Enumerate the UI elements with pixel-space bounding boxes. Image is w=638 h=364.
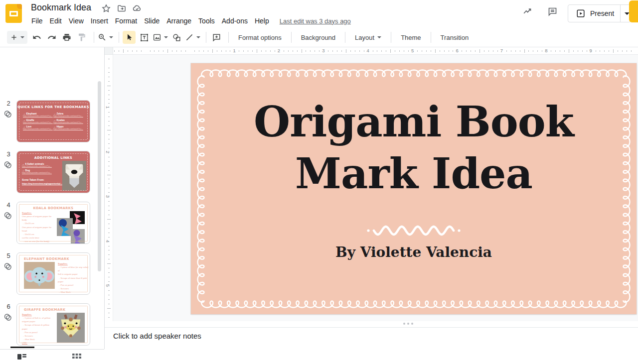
cloud-saved-icon[interactable] — [132, 3, 142, 13]
notes-resize-handle[interactable] — [403, 323, 413, 325]
slide-thumbnail[interactable]: Additional Links → 6 Safari animals http… — [16, 151, 90, 193]
insert-line-button[interactable] — [185, 31, 200, 44]
slide-title[interactable]: Origami Book Mark Idea — [191, 96, 637, 200]
background-button[interactable]: Background — [295, 31, 341, 44]
ruler-corner — [105, 47, 113, 55]
insert-image-caret[interactable] — [164, 36, 168, 38]
star-icon[interactable] — [101, 3, 111, 13]
slides-logo-icon[interactable] — [5, 4, 22, 23]
filmstrip-dark-bar — [10, 347, 34, 348]
new-slide-button[interactable] — [7, 31, 27, 44]
zoom-caret[interactable] — [109, 36, 113, 38]
slide-title-line1: Origami Book — [191, 96, 637, 148]
zoom-button[interactable] — [98, 31, 113, 44]
menu-view[interactable]: View — [65, 16, 87, 26]
insert-image-button[interactable] — [153, 31, 168, 44]
ruler-number: 3 — [322, 48, 324, 53]
transition-indicator-icon[interactable] — [3, 313, 12, 322]
slide-thumbnail[interactable]: Koala BookmarksSupplies:One piece of ori… — [16, 202, 90, 244]
format-options-button[interactable]: Format options — [232, 31, 288, 44]
document-title[interactable]: Bookmark Idea — [31, 2, 91, 13]
activity-dashboard-icon[interactable] — [522, 6, 532, 16]
ruler-number: 5 — [411, 48, 414, 53]
ruler-number: 1 — [105, 106, 111, 109]
transition-indicator-icon[interactable] — [3, 160, 12, 169]
ruler-number: 1 — [233, 48, 235, 53]
ruler-number: 4 — [367, 48, 369, 53]
undo-button[interactable] — [30, 31, 43, 44]
squiggle-divider-decoration — [366, 223, 461, 238]
thumb-text-line: → one on one (for the head) — [22, 243, 55, 244]
last-edit-link[interactable]: Last edit was 3 days ago — [280, 17, 351, 25]
slide-thumbnail[interactable]: Elephant BookmarkSupplies:→ 1 piece of b… — [16, 252, 90, 295]
slide-thumbnail-number: 2 — [4, 100, 13, 107]
filmstrip-scrollbar[interactable] — [98, 81, 101, 271]
transition-indicator-icon[interactable] — [3, 211, 12, 220]
theme-button[interactable]: Theme — [395, 31, 427, 44]
filmstrip-view-icon[interactable] — [17, 353, 27, 362]
view-switcher-bar — [0, 349, 104, 364]
present-button[interactable]: Present — [568, 4, 631, 22]
thumb-text-line: LINK: https://www.youtube.com/watch?v=… — [58, 294, 90, 295]
insert-line-caret[interactable] — [196, 36, 200, 38]
slide-thumbnail[interactable]: Quick Links For the Bookmarks → Elephant… — [16, 100, 90, 142]
ruler-number: 4 — [105, 240, 111, 242]
transition-indicator-icon[interactable] — [3, 262, 12, 271]
menu-insert[interactable]: Insert — [87, 16, 112, 26]
redo-button[interactable] — [45, 31, 58, 44]
new-slide-caret[interactable] — [20, 36, 24, 38]
toolbar: Format options Background Layout Theme T… — [0, 28, 638, 47]
insert-comment-button[interactable] — [210, 31, 223, 44]
app-header: Bookmark Idea File Edit View Insert Form… — [0, 0, 638, 28]
insert-shape-button[interactable] — [170, 31, 183, 44]
ruler-number: 6 — [456, 48, 458, 53]
menubar: File Edit View Insert Format Slide Arran… — [28, 15, 351, 27]
transition-button[interactable]: Transition — [435, 31, 475, 44]
move-to-folder-icon[interactable] — [117, 3, 127, 13]
text-box-button[interactable] — [138, 31, 151, 44]
menu-help[interactable]: Help — [251, 16, 273, 26]
menu-edit[interactable]: Edit — [46, 16, 65, 26]
menu-addons[interactable]: Add-ons — [218, 16, 251, 26]
ruler-number: 7 — [500, 48, 503, 53]
vertical-ruler: 12345 — [105, 55, 113, 321]
speaker-notes-area[interactable]: Click to add speaker notes — [105, 321, 638, 364]
slide-thumbnail[interactable]: Giraffe BookmarkSupplies:→ 1 piece of 6x… — [16, 303, 90, 346]
slide-filmstrip: 2 Quick Links For the Bookmarks → Elepha… — [0, 47, 105, 349]
paint-format-button[interactable] — [75, 31, 88, 44]
current-slide[interactable]: Origami Book Mark Idea By Violette Valen… — [191, 63, 637, 314]
slide-byline[interactable]: By Violette Valencia — [191, 244, 637, 260]
menu-arrange[interactable]: Arrange — [163, 16, 195, 26]
layout-caret — [377, 36, 381, 38]
transition-indicator-icon[interactable] — [3, 110, 12, 119]
print-button[interactable] — [60, 31, 73, 44]
comment-history-icon[interactable] — [547, 6, 557, 16]
slide-thumbnail-number: 3 — [4, 150, 13, 158]
select-tool-button[interactable] — [123, 31, 136, 44]
slide-thumbnail-number: 4 — [4, 201, 13, 209]
ruler-number: 9 — [590, 48, 592, 53]
slide-thumbnail-number: 6 — [4, 303, 13, 310]
grid-view-icon[interactable] — [72, 353, 82, 362]
menu-format[interactable]: Format — [112, 16, 141, 26]
present-label: Present — [590, 9, 614, 17]
menu-file[interactable]: File — [28, 16, 46, 26]
ruler-number: 2 — [105, 151, 111, 153]
layout-button[interactable]: Layout — [349, 31, 387, 44]
menu-slide[interactable]: Slide — [141, 16, 163, 26]
horizontal-ruler: 123456789 — [113, 47, 638, 55]
ruler-number: 5 — [105, 284, 111, 287]
user-avatar[interactable] — [629, 0, 638, 22]
menu-tools[interactable]: Tools — [195, 16, 218, 26]
slide-thumbnail-number: 5 — [4, 252, 13, 259]
present-play-icon — [576, 9, 585, 18]
ruler-number: 8 — [545, 48, 547, 53]
slide-title-line2: Mark Idea — [191, 148, 637, 200]
ruler-number: 3 — [105, 195, 111, 198]
ruler-number: 2 — [278, 48, 280, 53]
speaker-notes-placeholder[interactable]: Click to add speaker notes — [113, 332, 201, 340]
